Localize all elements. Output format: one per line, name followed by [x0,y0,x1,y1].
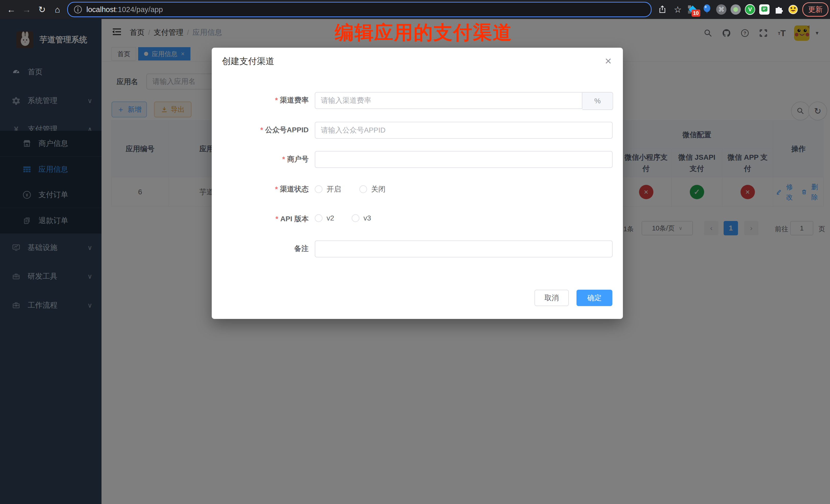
status-on-radio[interactable]: 开启 [315,184,341,194]
api-v3-radio[interactable]: v3 [352,214,371,222]
rate-label: *渠道费率 [212,95,309,105]
confirm-button[interactable]: 确定 [576,290,612,306]
extension-balloon-icon[interactable] [702,4,712,14]
radio-circle-icon [315,185,322,193]
rate-percent-suffix: % [582,92,613,110]
forward-icon[interactable]: → [21,4,32,15]
browser-update-button[interactable]: 更新 [802,2,828,17]
dialog-title: 创建支付渠道 [222,55,274,67]
site-info-icon[interactable] [73,5,82,14]
dialog-close-icon[interactable]: × [605,55,612,67]
address-bar[interactable]: localhost:1024/pay/app [67,2,651,17]
merchant-label: *商户号 [212,154,309,164]
browser-toolbar: ← → ↻ ⌂ localhost:1024/pay/app ☆ 10 ⌘ V [0,0,830,19]
radio-circle-icon [315,214,322,222]
cancel-button[interactable]: 取消 [535,290,569,306]
status-label: *渠道状态 [212,184,309,194]
api-version-label: *API 版本 [212,214,309,224]
extension-gray-circle-icon[interactable] [731,4,741,14]
rate-input[interactable] [315,92,582,109]
create-channel-dialog: 创建支付渠道 × *渠道费率 % *公众号APPID *商户号 *渠道状态 开启… [212,48,623,319]
merchant-input[interactable] [315,151,613,168]
extension-command-icon[interactable]: ⌘ [716,4,727,14]
appid-label: *公众号APPID [212,125,309,135]
remark-input[interactable] [315,241,613,257]
home-icon[interactable]: ⌂ [52,4,63,15]
radio-circle-icon [352,214,359,222]
appid-input[interactable] [315,122,613,139]
reload-icon[interactable]: ↻ [36,4,48,15]
extension-green-v-icon[interactable]: V [745,4,755,14]
extension-chat-icon[interactable] [759,4,769,14]
extension-blue-diamond-icon[interactable]: 10 [688,4,698,14]
radio-circle-icon [359,185,367,193]
remark-label: 备注 [212,244,309,254]
extension-badge: 10 [692,9,700,17]
share-icon[interactable] [657,4,668,15]
bookmark-star-icon[interactable]: ☆ [672,4,683,15]
annotation-text: 编辑应用的支付渠道 [335,20,512,45]
back-icon[interactable]: ← [6,4,17,15]
api-v2-radio[interactable]: v2 [315,214,334,222]
extension-emoji-icon[interactable] [788,4,798,14]
url-text[interactable]: localhost:1024/pay/app [86,5,163,14]
status-off-radio[interactable]: 关闭 [359,184,385,194]
extension-puzzle-icon[interactable] [774,4,784,14]
